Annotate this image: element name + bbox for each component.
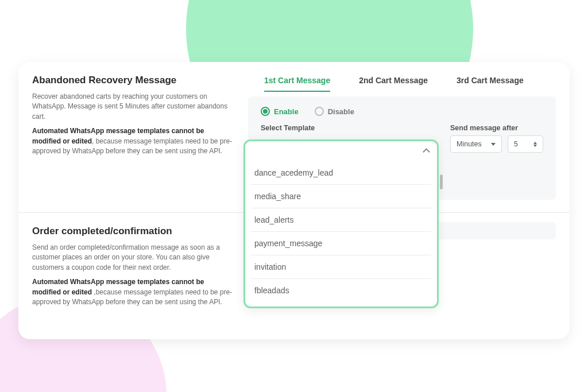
cart-message-tabs: 1st Cart Message 2nd Cart Message 3rd Ca…: [248, 71, 556, 92]
tab-3rd-cart-message[interactable]: 3rd Cart Message: [457, 71, 524, 92]
template-option[interactable]: media_share: [251, 185, 431, 208]
time-unit-select[interactable]: Minutes: [450, 135, 502, 153]
template-option[interactable]: lead_alerts: [251, 208, 431, 232]
radio-enable[interactable]: Enable: [261, 107, 299, 116]
radio-enable-label: Enable: [274, 107, 299, 116]
caret-down-icon: [491, 143, 496, 146]
section-note: Automated WhatsApp message templates can…: [32, 277, 234, 307]
number-stepper-icon: [533, 142, 537, 147]
time-number-value: 5: [514, 140, 518, 148]
time-number-input[interactable]: 5: [508, 135, 543, 153]
section-description: Recover abandoned carts by reaching your…: [32, 92, 234, 122]
section-description: Send an order completed/confirmation mes…: [32, 243, 234, 273]
scrollbar-thumb[interactable]: [440, 174, 443, 189]
template-option-list: dance_acedemy_lead media_share lead_aler…: [250, 161, 432, 302]
template-option[interactable]: payment_message: [251, 232, 431, 255]
radio-disable-label: Disable: [328, 107, 354, 116]
radio-disable[interactable]: Disable: [315, 107, 354, 116]
time-unit-value: Minutes: [457, 140, 482, 148]
section-note: Automated WhatsApp message templates can…: [32, 126, 234, 156]
template-option[interactable]: fbleadads: [251, 279, 431, 302]
template-dropdown: dance_acedemy_lead media_share lead_aler…: [243, 139, 439, 308]
tab-1st-cart-message[interactable]: 1st Cart Message: [264, 71, 330, 92]
section-title: Order completed/confirmation: [32, 226, 234, 237]
tab-2nd-cart-message[interactable]: 2nd Cart Message: [359, 71, 428, 92]
radio-circle-icon: [261, 107, 270, 116]
section-title: Abandoned Recovery Message: [32, 75, 234, 86]
chevron-up-icon[interactable]: [423, 148, 430, 156]
template-option[interactable]: invitation: [251, 255, 431, 279]
radio-circle-icon: [315, 107, 324, 116]
template-option[interactable]: dance_acedemy_lead: [251, 161, 431, 185]
select-template-label: Select Template: [261, 124, 315, 132]
send-after-label: Send message after: [450, 124, 543, 132]
